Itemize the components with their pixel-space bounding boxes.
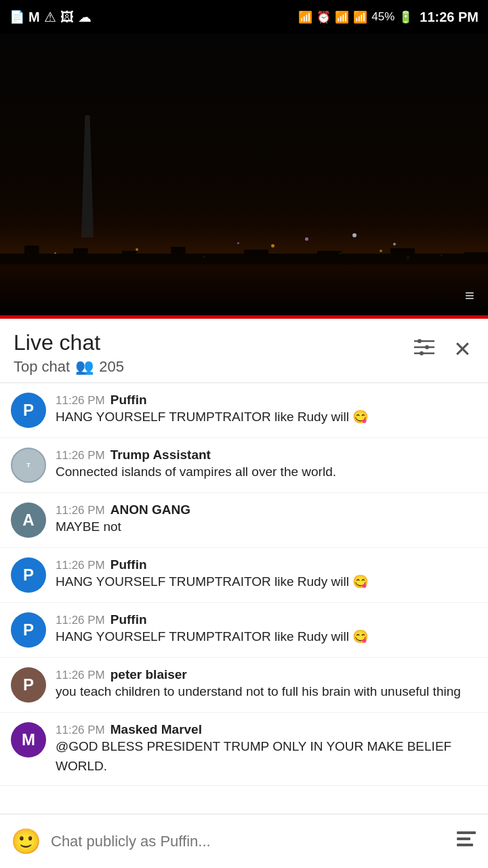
svg-rect-8 [457, 844, 473, 846]
message-text: @GOD BLESS PRESIDENT TRUMP ONLY IN YOUR … [56, 739, 451, 773]
send-icon [455, 829, 477, 849]
message-time: 11:26 PM [56, 669, 105, 682]
chat-header: Live chat Top chat 👥 205 ✕ [0, 319, 488, 383]
avatar: T [11, 448, 46, 483]
message-author: Puffin [110, 393, 147, 408]
message-item: P11:26 PMpeter blaiser you teach childre… [0, 658, 488, 713]
svg-rect-6 [457, 831, 476, 834]
avatar: A [11, 502, 46, 538]
send-button[interactable] [455, 829, 477, 854]
video-progress-bar[interactable] [0, 315, 488, 319]
avatar: P [11, 557, 46, 593]
status-bar: 📄 M ⚠ 🖼 ☁ 📶 ⏰ 📶 📶 45% 🔋 11:26 PM [0, 0, 488, 34]
message-body: 11:26 PMANON GANG MAYBE not [56, 502, 477, 537]
message-text: you teach children to understand not to … [56, 684, 461, 698]
message-time: 11:26 PM [56, 614, 105, 627]
status-icons-right: 📶 ⏰ 📶 📶 45% 🔋 11:26 PM [298, 9, 479, 25]
video-scene [0, 34, 488, 319]
people-icon: 👥 [75, 358, 94, 376]
chat-header-left: Live chat Top chat 👥 205 [14, 330, 124, 376]
bluetooth-icon: 📶 [298, 10, 312, 24]
message-meta: 11:26 PMANON GANG [56, 502, 477, 517]
message-text: HANG YOURSELF TRUMPTRAITOR like Rudy wil… [56, 574, 369, 589]
message-author: Puffin [110, 557, 147, 572]
message-meta: 11:26 PMTrump Assistant [56, 448, 477, 462]
message-author: ANON GANG [110, 502, 190, 517]
message-text: HANG YOURSELF TRUMPTRAITOR like Rudy wil… [56, 410, 369, 424]
filter-icon [414, 338, 434, 356]
m-icon: M [28, 9, 40, 25]
video-filter-icon[interactable]: ≡ [465, 286, 474, 305]
message-time: 11:26 PM [56, 449, 105, 462]
message-author: peter blaiser [110, 667, 187, 682]
message-time: 11:26 PM [56, 394, 105, 408]
image-icon: 🖼 [60, 9, 74, 25]
avatar: P [11, 393, 46, 428]
alert-icon: ⚠ [44, 9, 56, 25]
message-time: 11:26 PM [56, 559, 105, 572]
input-bar: 🙂 [0, 814, 488, 868]
chat-title: Live chat [14, 330, 124, 355]
wifi-icon: 📶 [335, 10, 349, 24]
file-icon: 📄 [9, 9, 24, 24]
message-meta: 11:26 PMMasked Marvel [56, 722, 477, 737]
svg-rect-3 [418, 339, 422, 343]
message-meta: 11:26 PMpeter blaiser [56, 667, 477, 682]
emoji-button[interactable]: 🙂 [11, 827, 41, 856]
video-player[interactable]: ≡ [0, 34, 488, 319]
message-author: Masked Marvel [110, 722, 202, 737]
avatar: P [11, 667, 46, 703]
message-body: 11:26 PMpeter blaiser you teach children… [56, 667, 477, 702]
message-text: HANG YOURSELF TRUMPTRAITOR like Rudy wil… [56, 629, 369, 644]
svg-rect-4 [425, 345, 429, 349]
message-item: T11:26 PMTrump Assistant Connected islan… [0, 438, 488, 493]
chat-header-sub: Top chat 👥 205 [14, 358, 124, 376]
message-time: 11:26 PM [56, 504, 105, 517]
message-author: Trump Assistant [110, 448, 211, 462]
chat-input[interactable] [51, 833, 446, 850]
alarm-icon: ⏰ [317, 10, 331, 24]
message-body: 11:26 PMMasked Marvel @GOD BLESS PRESIDE… [56, 722, 477, 776]
battery-icon: 🔋 [399, 10, 413, 24]
live-chat-panel: Live chat Top chat 👥 205 ✕ [0, 319, 488, 840]
message-text: MAYBE not [56, 519, 121, 534]
avatar: P [11, 612, 46, 648]
svg-rect-7 [457, 837, 470, 840]
message-item: A11:26 PMANON GANG MAYBE not [0, 493, 488, 548]
message-meta: 11:26 PMPuffin [56, 612, 477, 627]
message-text: Connected islands of vampires all over t… [56, 465, 336, 479]
battery-text: 45% [371, 10, 394, 24]
message-body: 11:26 PMPuffin HANG YOURSELF TRUMPTRAITO… [56, 393, 477, 427]
message-time: 11:26 PM [56, 724, 105, 737]
cloud-icon: ☁ [78, 9, 92, 25]
messages-list: P11:26 PMPuffin HANG YOURSELF TRUMPTRAIT… [0, 383, 488, 786]
top-chat-label[interactable]: Top chat [14, 358, 70, 376]
filter-button[interactable] [411, 336, 437, 363]
message-meta: 11:26 PMPuffin [56, 557, 477, 572]
message-item: M11:26 PMMasked Marvel @GOD BLESS PRESID… [0, 713, 488, 786]
message-body: 11:26 PMTrump Assistant Connected island… [56, 448, 477, 482]
message-author: Puffin [110, 612, 147, 627]
status-time: 11:26 PM [420, 9, 479, 25]
viewer-count: 205 [99, 358, 124, 376]
messages-wrapper: P11:26 PMPuffin HANG YOURSELF TRUMPTRAIT… [0, 383, 488, 840]
signal-icon: 📶 [353, 10, 367, 24]
status-icons-left: 📄 M ⚠ 🖼 ☁ [9, 9, 92, 25]
message-body: 11:26 PMPuffin HANG YOURSELF TRUMPTRAITO… [56, 612, 477, 647]
message-meta: 11:26 PMPuffin [56, 393, 477, 408]
close-button[interactable]: ✕ [451, 334, 474, 365]
message-body: 11:26 PMPuffin HANG YOURSELF TRUMPTRAITO… [56, 557, 477, 592]
message-item: P11:26 PMPuffin HANG YOURSELF TRUMPTRAIT… [0, 548, 488, 603]
message-item: P11:26 PMPuffin HANG YOURSELF TRUMPTRAIT… [0, 603, 488, 658]
message-item: P11:26 PMPuffin HANG YOURSELF TRUMPTRAIT… [0, 383, 488, 438]
chat-header-right: ✕ [411, 330, 474, 365]
svg-rect-5 [420, 351, 424, 355]
avatar: M [11, 722, 46, 757]
